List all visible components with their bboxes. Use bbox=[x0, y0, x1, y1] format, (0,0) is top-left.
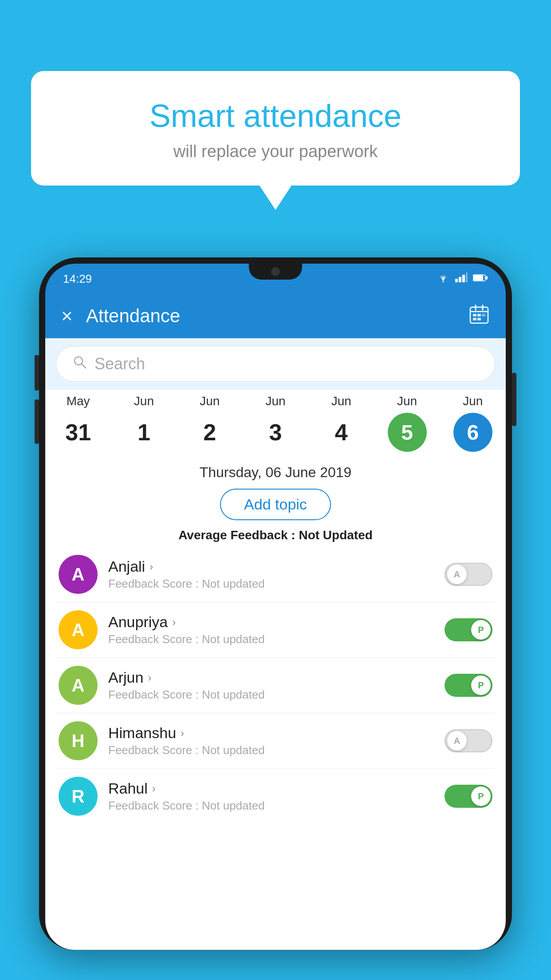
date-month: Jun bbox=[397, 394, 417, 408]
speech-bubble-subtitle: will replace your paperwork bbox=[58, 142, 493, 161]
student-item[interactable]: AArjun ›Feedback Score : Not updatedP bbox=[45, 658, 506, 713]
student-info: Anupriya ›Feedback Score : Not updated bbox=[108, 613, 434, 646]
date-number: 3 bbox=[256, 413, 295, 452]
chevron-icon: › bbox=[181, 727, 184, 739]
add-topic-button[interactable]: Add topic bbox=[220, 489, 331, 520]
chevron-icon: › bbox=[150, 561, 153, 573]
phone-outer: 14:29 bbox=[39, 257, 512, 950]
app-content: × Attendance bbox=[45, 294, 506, 950]
student-info: Himanshu ›Feedback Score : Not updated bbox=[108, 724, 434, 757]
student-feedback: Feedback Score : Not updated bbox=[108, 577, 434, 591]
toggle-thumb: P bbox=[471, 620, 491, 640]
date-month: Jun bbox=[134, 394, 154, 408]
speech-bubble-container: Smart attendance will replace your paper… bbox=[31, 71, 520, 186]
close-button[interactable]: × bbox=[61, 305, 73, 327]
svg-rect-7 bbox=[486, 276, 488, 280]
phone-notch bbox=[249, 264, 302, 280]
app-header: × Attendance bbox=[45, 294, 506, 338]
svg-point-0 bbox=[442, 281, 444, 282]
student-feedback: Feedback Score : Not updated bbox=[108, 743, 434, 757]
student-info: Rahul ›Feedback Score : Not updated bbox=[108, 780, 434, 813]
selected-date: Thursday, 06 June 2019 bbox=[56, 464, 495, 481]
attendance-toggle[interactable]: P bbox=[445, 785, 492, 808]
status-bar: 14:29 bbox=[45, 264, 506, 294]
avg-feedback-label: Average Feedback : bbox=[178, 528, 299, 542]
speech-bubble: Smart attendance will replace your paper… bbox=[31, 71, 520, 186]
student-info: Arjun ›Feedback Score : Not updated bbox=[108, 669, 434, 702]
date-month: Jun bbox=[463, 394, 483, 408]
student-name: Anupriya › bbox=[108, 613, 434, 631]
student-feedback: Feedback Score : Not updated bbox=[108, 799, 434, 813]
phone-container: 14:29 bbox=[39, 257, 512, 980]
search-container: Search bbox=[45, 338, 506, 390]
date-item[interactable]: Jun6 bbox=[453, 394, 492, 452]
date-number: 5 bbox=[388, 413, 427, 452]
student-list: AAnjali ›Feedback Score : Not updatedAAA… bbox=[45, 547, 506, 824]
student-feedback: Feedback Score : Not updated bbox=[108, 632, 434, 646]
date-month: Jun bbox=[200, 394, 220, 408]
header-title: Attendance bbox=[86, 305, 468, 327]
student-item[interactable]: AAnupriya ›Feedback Score : Not updatedP bbox=[45, 602, 506, 657]
date-month: Jun bbox=[331, 394, 351, 408]
student-name: Arjun › bbox=[108, 669, 434, 686]
info-section: Thursday, 06 June 2019 Add topic Average… bbox=[45, 458, 506, 547]
date-month: May bbox=[67, 394, 90, 408]
date-item[interactable]: Jun5 bbox=[388, 394, 427, 452]
student-name: Rahul › bbox=[108, 780, 434, 797]
student-info: Anjali ›Feedback Score : Not updated bbox=[108, 558, 434, 591]
wifi-icon bbox=[437, 273, 450, 285]
attendance-toggle[interactable]: P bbox=[445, 618, 492, 641]
date-item[interactable]: Jun3 bbox=[256, 394, 295, 452]
avatar: A bbox=[59, 666, 98, 705]
student-feedback: Feedback Score : Not updated bbox=[108, 688, 434, 702]
date-item[interactable]: May31 bbox=[59, 394, 98, 452]
date-number: 31 bbox=[59, 413, 98, 452]
student-name: Himanshu › bbox=[108, 724, 434, 742]
status-icons bbox=[437, 273, 488, 285]
search-placeholder: Search bbox=[94, 355, 145, 373]
svg-rect-15 bbox=[473, 318, 476, 320]
chevron-icon: › bbox=[152, 782, 156, 795]
camera-icon bbox=[271, 267, 280, 276]
avatar: R bbox=[59, 777, 98, 816]
date-item[interactable]: Jun4 bbox=[322, 394, 361, 452]
svg-rect-14 bbox=[482, 314, 485, 316]
battery-icon bbox=[473, 273, 488, 285]
student-item[interactable]: HHimanshu ›Feedback Score : Not updatedA bbox=[45, 713, 506, 768]
attendance-toggle[interactable]: P bbox=[445, 674, 492, 697]
toggle-thumb: A bbox=[447, 565, 467, 584]
date-picker: May31Jun1Jun2Jun3Jun4Jun5Jun6 bbox=[45, 390, 506, 458]
date-item[interactable]: Jun2 bbox=[190, 394, 229, 452]
svg-rect-4 bbox=[466, 273, 468, 282]
date-number: 6 bbox=[453, 413, 492, 452]
attendance-toggle[interactable]: A bbox=[445, 563, 492, 586]
toggle-thumb: P bbox=[471, 786, 491, 806]
student-name: Anjali › bbox=[108, 558, 434, 575]
search-bar[interactable]: Search bbox=[56, 346, 495, 382]
signal-icon bbox=[455, 273, 468, 285]
avatar: A bbox=[59, 610, 98, 649]
student-item[interactable]: RRahul ›Feedback Score : Not updatedP bbox=[45, 769, 506, 824]
volume-up-button bbox=[35, 355, 39, 391]
toggle-thumb: A bbox=[447, 731, 467, 751]
date-number: 4 bbox=[322, 413, 361, 452]
date-number: 1 bbox=[124, 413, 163, 452]
avg-feedback-value: Not Updated bbox=[299, 528, 372, 542]
volume-down-button bbox=[35, 399, 39, 444]
svg-rect-3 bbox=[462, 275, 465, 282]
svg-rect-16 bbox=[477, 318, 481, 320]
avatar: H bbox=[59, 721, 98, 760]
toggle-thumb: P bbox=[471, 676, 491, 695]
student-item[interactable]: AAnjali ›Feedback Score : Not updatedA bbox=[45, 547, 506, 602]
attendance-toggle[interactable]: A bbox=[445, 729, 492, 752]
search-icon bbox=[72, 355, 87, 373]
date-item[interactable]: Jun1 bbox=[124, 394, 163, 452]
svg-rect-2 bbox=[459, 277, 461, 282]
status-time: 14:29 bbox=[63, 272, 92, 286]
svg-rect-1 bbox=[455, 279, 458, 282]
date-month: Jun bbox=[265, 394, 285, 408]
avg-feedback: Average Feedback : Not Updated bbox=[56, 528, 495, 542]
svg-rect-13 bbox=[477, 314, 481, 316]
power-button bbox=[512, 373, 516, 426]
calendar-icon[interactable] bbox=[468, 304, 490, 329]
